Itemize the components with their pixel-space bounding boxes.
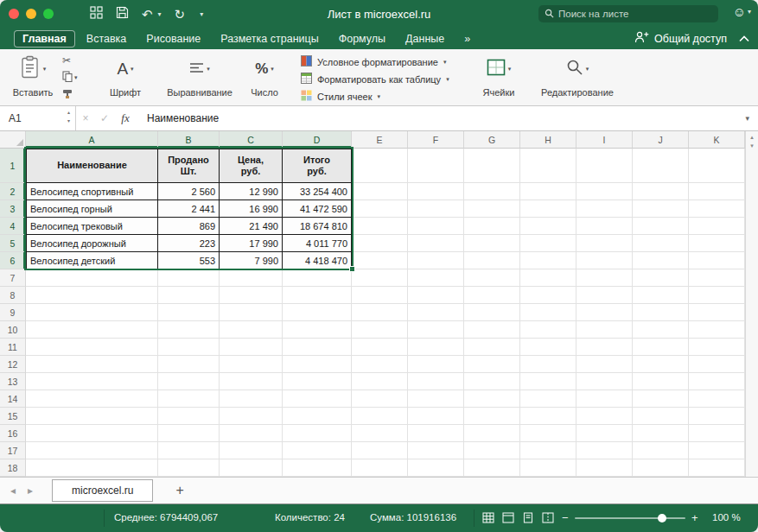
cell-I4[interactable] — [576, 218, 633, 235]
cell-J11[interactable] — [633, 339, 689, 356]
cell-J15[interactable] — [633, 408, 689, 425]
undo-icon[interactable]: ↶ — [142, 8, 153, 21]
cell-E3[interactable] — [352, 200, 408, 218]
cell-G9[interactable] — [464, 304, 520, 321]
column-header-G[interactable]: G — [464, 131, 520, 149]
insert-function-icon[interactable]: fx — [114, 111, 137, 125]
cell-D14[interactable] — [283, 390, 352, 408]
cell-A6[interactable]: Велосипед детский — [26, 252, 158, 269]
cell-F3[interactable] — [408, 200, 464, 218]
cell-J3[interactable] — [633, 200, 689, 218]
cell-G15[interactable] — [464, 408, 520, 425]
cell-A17[interactable] — [26, 442, 158, 459]
cell-H9[interactable] — [520, 304, 576, 321]
cell-J9[interactable] — [633, 304, 689, 321]
tab-dannye[interactable]: Данные — [397, 30, 453, 48]
cell-J12[interactable] — [633, 356, 689, 373]
cell-I5[interactable] — [576, 235, 633, 252]
cell-H4[interactable] — [520, 218, 576, 235]
cell-B10[interactable] — [158, 321, 220, 339]
cell-J14[interactable] — [633, 390, 689, 408]
font-label[interactable]: Шрифт — [110, 87, 141, 98]
column-header-E[interactable]: E — [352, 131, 408, 149]
cell-E1[interactable] — [352, 149, 408, 183]
cell-E14[interactable] — [352, 390, 408, 408]
copy-icon[interactable] — [62, 71, 73, 84]
cell-B14[interactable] — [158, 390, 220, 408]
row-header-3[interactable]: 3 — [0, 200, 26, 218]
cell-K5[interactable] — [689, 235, 745, 252]
cell-K2[interactable] — [689, 183, 745, 200]
zoom-slider-thumb[interactable] — [658, 514, 666, 522]
cell-C1[interactable]: Цена, руб. — [220, 149, 283, 183]
cell-J6[interactable] — [633, 252, 689, 269]
cells-dropdown-icon[interactable]: ▾ — [508, 66, 512, 73]
tab-more-chevron[interactable]: » — [455, 30, 479, 48]
cell-H16[interactable] — [520, 425, 576, 442]
cell-K12[interactable] — [689, 356, 745, 373]
cell-C14[interactable] — [220, 390, 283, 408]
cell-H3[interactable] — [520, 200, 576, 218]
row-header-1[interactable]: 1 — [0, 149, 26, 183]
name-box[interactable]: A1 ▴▾ — [0, 106, 76, 130]
next-sheet-icon[interactable]: ▸ — [28, 484, 33, 497]
cells-label[interactable]: Ячейки — [483, 87, 515, 98]
cell-E18[interactable] — [352, 459, 408, 477]
cell-B9[interactable] — [158, 304, 220, 321]
page-layout-view-icon[interactable] — [522, 512, 534, 525]
feedback-smiley-icon[interactable]: ☺ ▾ — [733, 4, 751, 19]
cell-A10[interactable] — [26, 321, 158, 339]
cell-K4[interactable] — [689, 218, 745, 235]
paste-icon[interactable] — [20, 55, 41, 83]
cell-H18[interactable] — [520, 459, 576, 477]
cell-F9[interactable] — [408, 304, 464, 321]
cell-A14[interactable] — [26, 390, 158, 408]
cell-H6[interactable] — [520, 252, 576, 269]
cell-K17[interactable] — [689, 442, 745, 459]
column-header-A[interactable]: A — [26, 131, 158, 149]
cell-D2[interactable]: 33 254 400 — [283, 183, 352, 200]
cell-H10[interactable] — [520, 321, 576, 339]
cell-C10[interactable] — [220, 321, 283, 339]
format-as-table-button[interactable]: Форматировать как таблицу ▾ — [301, 73, 449, 86]
cell-H2[interactable] — [520, 183, 576, 200]
minimize-window-button[interactable] — [26, 9, 36, 19]
number-format-icon[interactable]: % — [255, 60, 268, 78]
row-header-14[interactable]: 14 — [0, 390, 26, 408]
collapse-ribbon-icon[interactable] — [739, 35, 749, 42]
cell-A4[interactable]: Велосипед трековый — [26, 218, 158, 235]
cell-K11[interactable] — [689, 339, 745, 356]
alignment-icon[interactable] — [189, 61, 204, 77]
row-header-15[interactable]: 15 — [0, 408, 26, 425]
paste-label[interactable]: Вставить — [13, 87, 54, 98]
fill-handle[interactable] — [349, 266, 355, 272]
cell-C15[interactable] — [220, 408, 283, 425]
cell-H7[interactable] — [520, 269, 576, 287]
row-header-11[interactable]: 11 — [0, 339, 26, 356]
row-header-10[interactable]: 10 — [0, 321, 26, 339]
cell-B5[interactable]: 223 — [158, 235, 220, 252]
cell-J8[interactable] — [633, 287, 689, 304]
cell-I18[interactable] — [576, 459, 633, 477]
normal-view-icon[interactable] — [502, 512, 514, 525]
row-header-4[interactable]: 4 — [0, 218, 26, 235]
row-header-18[interactable]: 18 — [0, 459, 26, 477]
sheet-tab-microexcel[interactable]: microexcel.ru — [52, 479, 153, 502]
cell-I10[interactable] — [576, 321, 633, 339]
cell-J5[interactable] — [633, 235, 689, 252]
cell-C2[interactable]: 12 990 — [220, 183, 283, 200]
cell-E2[interactable] — [352, 183, 408, 200]
toolbar-options-icon[interactable]: ▾ — [200, 10, 203, 18]
number-dropdown-icon[interactable]: ▾ — [271, 66, 274, 73]
cell-G1[interactable] — [464, 149, 520, 183]
column-header-I[interactable]: I — [576, 131, 633, 149]
conditional-formatting-button[interactable]: Условное форматирование ▾ — [301, 55, 449, 68]
zoom-out-icon[interactable]: − — [562, 511, 569, 524]
cell-K15[interactable] — [689, 408, 745, 425]
zoom-slider[interactable] — [575, 517, 685, 519]
row-header-5[interactable]: 5 — [0, 235, 26, 252]
page-break-view-icon[interactable] — [542, 512, 554, 525]
cell-B4[interactable]: 869 — [158, 218, 220, 235]
cell-F12[interactable] — [408, 356, 464, 373]
row-header-8[interactable]: 8 — [0, 287, 26, 304]
